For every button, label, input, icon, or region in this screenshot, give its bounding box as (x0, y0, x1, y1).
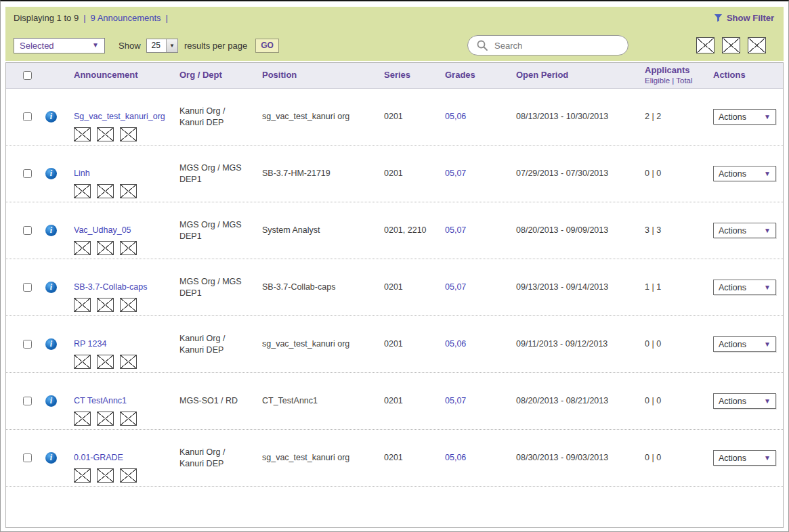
table-header: Announcement Org / Dept Position Series … (6, 63, 783, 89)
info-icon[interactable]: i (45, 168, 57, 179)
announcement-link[interactable]: RP 1234 (74, 338, 170, 349)
actions-dropdown-button[interactable]: Actions ▼ (713, 109, 776, 125)
org-dept-cell: Kanuri Org / Kanuri DEP (175, 333, 258, 355)
broken-image-icon[interactable] (74, 298, 91, 312)
org-dept-cell: MGS-SO1 / RD (175, 395, 258, 406)
broken-image-icon[interactable] (748, 37, 766, 53)
announcements-table: Announcement Org / Dept Position Series … (5, 62, 784, 528)
actions-dropdown-button[interactable]: Actions ▼ (713, 280, 776, 295)
row-select-checkbox[interactable] (23, 283, 32, 292)
info-icon[interactable]: i (45, 111, 57, 123)
series-cell: 0201 (380, 111, 441, 122)
grades-cell: 05,06 (441, 452, 512, 463)
open-period-cell: 08/20/2013 - 08/21/2013 (512, 395, 641, 406)
announcement-icon-group (74, 184, 170, 198)
applicants-cell: 3 | 3 (641, 225, 708, 236)
announcements-page: Displaying 1 to 9 | 9 Announcements | Sh… (0, 0, 789, 532)
selected-dropdown[interactable]: Selected ▼ (14, 38, 105, 53)
results-per-page-select[interactable]: 25 ▼ (146, 39, 178, 53)
broken-image-icon[interactable] (97, 184, 114, 198)
row-select-checkbox[interactable] (23, 226, 32, 235)
broken-image-icon[interactable] (74, 355, 91, 369)
broken-image-icon[interactable] (97, 241, 114, 255)
broken-image-icon[interactable] (722, 37, 740, 53)
broken-image-icon[interactable] (74, 412, 91, 426)
broken-image-icon[interactable] (74, 184, 91, 198)
broken-image-icon[interactable] (74, 127, 91, 141)
actions-dropdown-button[interactable]: Actions ▼ (713, 336, 776, 352)
actions-cell: Actions ▼ (708, 336, 783, 352)
broken-image-icon[interactable] (97, 468, 114, 483)
actions-dropdown-button[interactable]: Actions ▼ (713, 166, 776, 181)
row-select-cell: i (6, 338, 74, 350)
table-row: i SB-3.7-Collab-caps MGS Org / MGS DEP1 … (6, 259, 783, 316)
actions-cell: Actions ▼ (708, 280, 783, 295)
broken-image-icon[interactable] (120, 355, 137, 369)
org-dept-cell: MGS Org / MGS DEP1 (175, 276, 258, 298)
org-dept-cell: Kanuri Org / Kanuri DEP (175, 106, 258, 128)
broken-image-icon[interactable] (120, 184, 137, 198)
show-filter-toggle[interactable]: Show Filter (714, 13, 774, 23)
broken-image-icon[interactable] (97, 355, 114, 369)
grades-link[interactable]: 05,07 (445, 282, 466, 292)
show-filter-label: Show Filter (727, 13, 774, 23)
actions-dropdown-button[interactable]: Actions ▼ (713, 450, 776, 466)
row-select-checkbox[interactable] (23, 340, 32, 349)
select-all-checkbox[interactable] (23, 71, 32, 80)
broken-image-icon[interactable] (120, 412, 137, 426)
announcement-link[interactable]: Linh (74, 168, 170, 179)
announcement-cell: CT TestAnnc1 (74, 395, 175, 406)
announcement-link[interactable]: Vac_Udhay_05 (74, 225, 170, 236)
broken-image-icon[interactable] (97, 127, 114, 141)
grades-cell: 05,07 (441, 282, 512, 292)
col-position: Position (258, 70, 380, 81)
broken-image-icon[interactable] (97, 412, 114, 426)
table-row: i RP 1234 Kanuri Org / Kanuri DEP sg_vac… (6, 316, 783, 373)
selected-dropdown-label: Selected (20, 41, 54, 51)
broken-image-icon[interactable] (696, 37, 715, 53)
col-org-dept: Org / Dept (175, 70, 258, 81)
grades-link[interactable]: 05,06 (445, 453, 466, 462)
row-select-checkbox[interactable] (23, 169, 32, 178)
displaying-count: Displaying 1 to 9 (14, 13, 79, 23)
series-cell: 0201 (380, 452, 441, 463)
search-input[interactable] (494, 41, 624, 51)
broken-image-icon[interactable] (97, 298, 114, 312)
info-icon[interactable]: i (45, 225, 57, 236)
info-icon[interactable]: i (45, 338, 57, 350)
search-box[interactable] (467, 35, 628, 56)
select-all-cell (6, 71, 74, 80)
row-select-checkbox[interactable] (23, 397, 32, 405)
series-cell: 0201 (380, 168, 441, 179)
col-applicants: Applicants Eligible | Total (641, 65, 708, 87)
info-icon[interactable]: i (45, 395, 57, 407)
announcement-cell: Vac_Udhay_05 (74, 225, 175, 236)
announcements-count-link[interactable]: 9 Announcements (91, 13, 161, 23)
caret-down-icon: ▼ (92, 42, 99, 49)
row-select-checkbox[interactable] (23, 112, 32, 121)
grades-link[interactable]: 05,07 (445, 396, 466, 405)
actions-dropdown-button[interactable]: Actions ▼ (713, 393, 776, 409)
broken-image-icon[interactable] (74, 468, 91, 483)
grades-link[interactable]: 05,06 (445, 112, 466, 121)
broken-image-icon[interactable] (120, 468, 137, 483)
grades-link[interactable]: 05,07 (445, 225, 466, 235)
row-select-checkbox[interactable] (23, 453, 32, 462)
broken-image-icon[interactable] (120, 241, 137, 255)
broken-image-icon[interactable] (120, 127, 137, 141)
announcement-link[interactable]: 0.01-GRADE (74, 452, 170, 463)
announcement-link[interactable]: CT TestAnnc1 (74, 395, 170, 406)
info-icon[interactable]: i (45, 452, 57, 464)
broken-image-icon[interactable] (120, 298, 137, 312)
go-button[interactable]: GO (255, 39, 279, 53)
info-icon[interactable]: i (45, 282, 57, 293)
announcement-link[interactable]: SB-3.7-Collab-caps (74, 282, 170, 292)
grades-link[interactable]: 05,07 (445, 169, 466, 178)
broken-image-icon[interactable] (74, 241, 91, 255)
results-per-page-value: 25 (147, 39, 166, 52)
grades-link[interactable]: 05,06 (445, 339, 466, 349)
actions-dropdown-button[interactable]: Actions ▼ (713, 223, 776, 238)
announcement-link[interactable]: Sg_vac_test_kanuri_org (74, 111, 170, 122)
actions-cell: Actions ▼ (708, 393, 783, 409)
caret-down-icon: ▼ (764, 284, 771, 291)
